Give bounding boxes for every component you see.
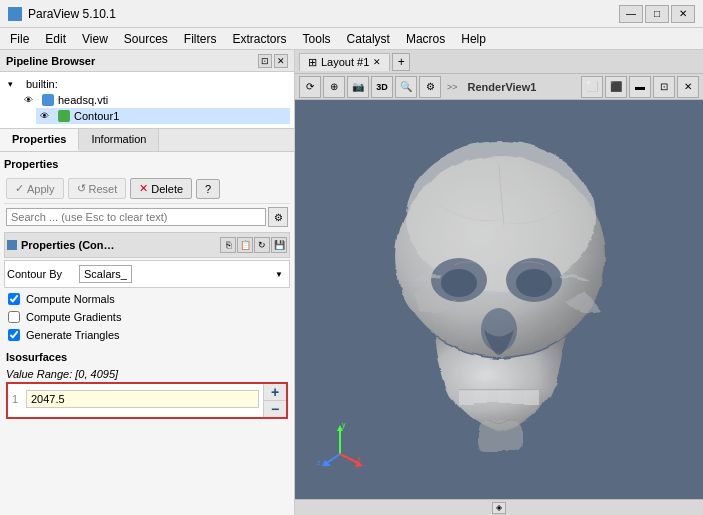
pipeline-browser-header: Pipeline Browser ⊡ ✕ <box>0 50 294 72</box>
properties-panel: Properties ✓ Apply ↺ Reset ✕ Delete ? <box>0 152 294 515</box>
app-title: ParaView 5.10.1 <box>28 7 116 21</box>
contour-by-row: Contour By Scalars_ <box>4 260 290 288</box>
section-buttons: ⎘ 📋 ↻ 💾 <box>220 237 287 253</box>
render-toolbar: ⟳ ⊕ 📷 3D 🔍 ⚙ >> RenderView1 ⬜ ⬛ ▬ ⊡ ✕ <box>295 74 703 100</box>
tab-properties[interactable]: Properties <box>0 129 79 151</box>
app-icon <box>8 7 22 21</box>
delete-button[interactable]: ✕ Delete <box>130 178 192 199</box>
compute-gradients-checkbox[interactable] <box>8 311 20 323</box>
remove-value-button[interactable]: − <box>264 401 286 417</box>
render-view[interactable]: x y z <box>295 100 703 499</box>
menu-tools[interactable]: Tools <box>297 30 337 48</box>
tree-item-contour[interactable]: 👁 Contour1 <box>36 108 290 124</box>
contour-by-label: Contour By <box>7 268 75 280</box>
copy-button[interactable]: ⎘ <box>220 237 236 253</box>
tab-information[interactable]: Information <box>79 129 159 151</box>
delete-icon: ✕ <box>139 182 148 195</box>
menu-filters[interactable]: Filters <box>178 30 223 48</box>
3d-button[interactable]: 3D <box>371 76 393 98</box>
gear-button[interactable]: ⚙ <box>268 207 288 227</box>
search-row: ⚙ <box>4 204 290 230</box>
minimize-button[interactable]: — <box>619 5 643 23</box>
render-tab-layout1[interactable]: ⊞ Layout #1 ✕ <box>299 53 390 71</box>
rotate-button[interactable]: 🔍 <box>395 76 417 98</box>
title-bar: ParaView 5.10.1 — □ ✕ <box>0 0 703 28</box>
expand-icon: ▾ <box>8 79 22 89</box>
eye-icon-headsq: 👁 <box>24 95 38 105</box>
close-view-button[interactable]: ✕ <box>677 76 699 98</box>
compute-normals-checkbox[interactable] <box>8 293 20 305</box>
settings-button[interactable]: ⚙ <box>419 76 441 98</box>
render-bottom-scrollbar: ◈ <box>295 499 703 515</box>
menu-catalyst[interactable]: Catalyst <box>341 30 396 48</box>
reset-button[interactable]: ↺ Reset <box>68 178 127 199</box>
svg-rect-7 <box>477 420 521 450</box>
svg-text:y: y <box>342 421 346 429</box>
isosurfaces-title: Isosurfaces <box>6 348 288 366</box>
apply-button[interactable]: ✓ Apply <box>6 178 64 199</box>
apply-icon: ✓ <box>15 182 24 195</box>
compute-gradients-row: Compute Gradients <box>4 308 290 326</box>
compute-normals-row: Compute Normals <box>4 290 290 308</box>
layout-fullscreen-button[interactable]: ⊡ <box>653 76 675 98</box>
view-label-separator: >> <box>447 82 458 92</box>
help-button[interactable]: ? <box>196 179 220 199</box>
value-index: 1 <box>12 393 22 405</box>
axis-indicator: x y z <box>315 419 365 469</box>
refresh-button[interactable]: ↻ <box>254 237 270 253</box>
main-layout: Pipeline Browser ⊡ ✕ ▾ builtin: 👁 headsq… <box>0 50 703 515</box>
search-input[interactable] <box>6 208 266 226</box>
layout-tab-label: Layout #1 <box>321 56 369 68</box>
pipeline-tree: ▾ builtin: 👁 headsq.vti 👁 Contour1 <box>0 72 294 129</box>
svg-point-5 <box>516 269 552 297</box>
window-controls[interactable]: — □ ✕ <box>619 5 695 23</box>
paste-button[interactable]: 📋 <box>237 237 253 253</box>
menu-edit[interactable]: Edit <box>39 30 72 48</box>
section-title-label: Properties (Con… <box>21 239 216 251</box>
save-button[interactable]: 💾 <box>271 237 287 253</box>
menu-file[interactable]: File <box>4 30 35 48</box>
layout-split-h-button[interactable]: ⬛ <box>605 76 627 98</box>
builtin-label: builtin: <box>26 78 58 90</box>
left-panel: Pipeline Browser ⊡ ✕ ▾ builtin: 👁 headsq… <box>0 50 295 515</box>
menu-help[interactable]: Help <box>455 30 492 48</box>
contour-by-select[interactable]: Scalars_ <box>79 265 132 283</box>
render-view-label: RenderView1 <box>468 81 537 93</box>
section-color-icon <box>7 240 17 250</box>
render-layout-buttons: ⬜ ⬛ ▬ ⊡ ✕ <box>581 76 699 98</box>
contour-by-select-wrapper: Scalars_ <box>79 265 287 283</box>
eye-icon-contour: 👁 <box>40 111 54 121</box>
reset-camera-button[interactable]: ⟳ <box>299 76 321 98</box>
maximize-button[interactable]: □ <box>645 5 669 23</box>
generate-triangles-checkbox[interactable] <box>8 329 20 341</box>
close-button[interactable]: ✕ <box>671 5 695 23</box>
layout-split-v-button[interactable]: ▬ <box>629 76 651 98</box>
svg-point-3 <box>441 269 477 297</box>
value-input-1[interactable] <box>26 390 259 408</box>
menu-extractors[interactable]: Extractors <box>227 30 293 48</box>
isosurfaces-section: Isosurfaces Value Range: [0, 4095] 1 + − <box>4 344 290 423</box>
layout-1x1-button[interactable]: ⬜ <box>581 76 603 98</box>
tree-item-headsq[interactable]: 👁 headsq.vti <box>20 92 290 108</box>
headsq-label: headsq.vti <box>58 94 108 106</box>
svg-text:x: x <box>357 455 361 462</box>
menu-view[interactable]: View <box>76 30 114 48</box>
skull-visualization <box>359 135 639 465</box>
screenshot-button[interactable]: 📷 <box>347 76 369 98</box>
pipeline-browser-close-button[interactable]: ✕ <box>274 54 288 68</box>
tree-item-builtin[interactable]: ▾ builtin: <box>4 76 290 92</box>
layout-tab-close-icon[interactable]: ✕ <box>373 57 381 67</box>
menu-macros[interactable]: Macros <box>400 30 451 48</box>
pipeline-browser-options-button[interactable]: ⊡ <box>258 54 272 68</box>
add-value-button[interactable]: + <box>264 384 286 401</box>
value-range-label: Value Range: [0, 4095] <box>6 366 288 382</box>
generate-triangles-row: Generate Triangles <box>4 326 290 344</box>
zoom-to-data-button[interactable]: ⊕ <box>323 76 345 98</box>
pipeline-browser-controls: ⊡ ✕ <box>258 54 288 68</box>
compute-gradients-label: Compute Gradients <box>26 311 121 323</box>
add-layout-button[interactable]: + <box>392 53 410 71</box>
value-buttons: + − <box>263 384 286 417</box>
scroll-center-button[interactable]: ◈ <box>492 502 506 514</box>
generate-triangles-label: Generate Triangles <box>26 329 120 341</box>
menu-sources[interactable]: Sources <box>118 30 174 48</box>
